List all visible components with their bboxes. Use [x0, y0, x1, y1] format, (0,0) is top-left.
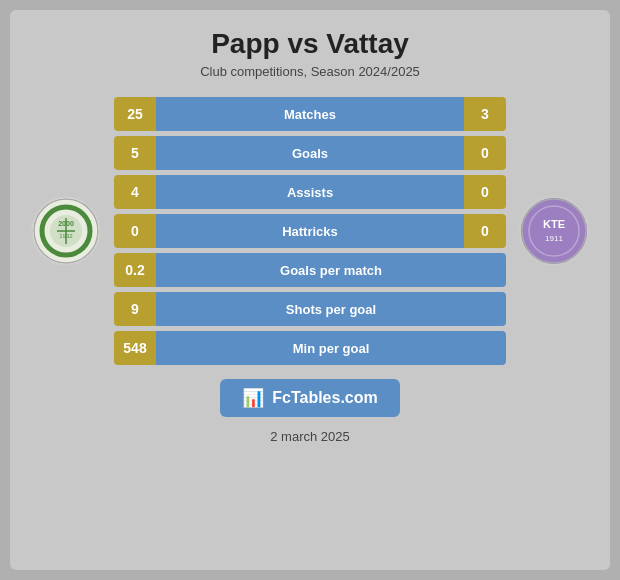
stat-label-matches: Matches	[156, 97, 464, 131]
stat-right-val-hattricks: 0	[464, 214, 506, 248]
stat-left-val-hattricks: 0	[114, 214, 156, 248]
fctables-icon: 📊	[242, 387, 264, 409]
stat-label-hattricks: Hattricks	[156, 214, 464, 248]
date-label: 2 march 2025	[270, 429, 350, 444]
stats-area: 25Matches35Goals04Assists00Hattricks00.2…	[114, 97, 506, 365]
svg-text:KTE: KTE	[543, 218, 565, 230]
stat-label-assists: Assists	[156, 175, 464, 209]
right-team-logo: KTE 1911	[514, 196, 594, 266]
stat-row-matches: 25Matches3	[114, 97, 506, 131]
comparison-card: Papp vs Vattay Club competitions, Season…	[10, 10, 610, 570]
stat-right-val-matches: 3	[464, 97, 506, 131]
stat-right-val-assists: 0	[464, 175, 506, 209]
papp-logo: 2000 1932	[31, 196, 101, 266]
stat-left-val-goals-per-match: 0.2	[114, 253, 156, 287]
stat-row-goals: 5Goals0	[114, 136, 506, 170]
main-area: 2000 1932 25Matches35Goals04Assists00Hat…	[26, 97, 594, 365]
stat-left-val-min-per-goal: 548	[114, 331, 156, 365]
stat-row-assists: 4Assists0	[114, 175, 506, 209]
stat-label-goals-per-match: Goals per match	[156, 253, 506, 287]
stat-left-val-goals: 5	[114, 136, 156, 170]
svg-text:1911: 1911	[545, 234, 563, 243]
left-team-logo: 2000 1932	[26, 196, 106, 266]
page-title: Papp vs Vattay	[211, 28, 409, 60]
stat-label-shots-per-goal: Shots per goal	[156, 292, 506, 326]
svg-point-7	[522, 199, 586, 263]
stat-left-val-assists: 4	[114, 175, 156, 209]
stat-left-val-shots-per-goal: 9	[114, 292, 156, 326]
stat-row-goals-per-match: 0.2Goals per match	[114, 253, 506, 287]
stat-label-min-per-goal: Min per goal	[156, 331, 506, 365]
vattay-logo: KTE 1911	[519, 196, 589, 266]
stat-left-val-matches: 25	[114, 97, 156, 131]
fctables-banner: 📊 FcTables.com	[220, 379, 400, 417]
stat-row-shots-per-goal: 9Shots per goal	[114, 292, 506, 326]
subtitle: Club competitions, Season 2024/2025	[200, 64, 420, 79]
fctables-label: FcTables.com	[272, 389, 378, 407]
stat-row-min-per-goal: 548Min per goal	[114, 331, 506, 365]
stat-row-hattricks: 0Hattricks0	[114, 214, 506, 248]
stat-right-val-goals: 0	[464, 136, 506, 170]
stat-label-goals: Goals	[156, 136, 464, 170]
